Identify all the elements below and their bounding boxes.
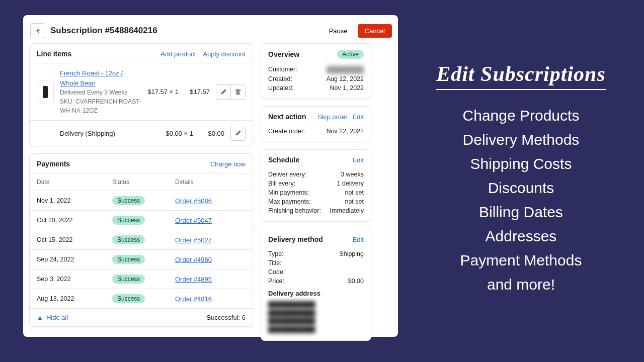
status-badge: Success xyxy=(112,255,145,264)
table-row: Nov 1, 2022 Success Order #5086 xyxy=(30,191,253,210)
payment-date: Aug 13, 2022 xyxy=(37,295,112,302)
updated-date: Nov 1, 2022 xyxy=(330,84,364,92)
promo-line: Payment Methods xyxy=(460,252,582,269)
line-items-title: Line items xyxy=(37,50,160,58)
page-title: Subscription #5488640216 xyxy=(50,26,319,36)
delivery-method-title: Delivery method xyxy=(268,235,353,243)
order-link[interactable]: Order #5047 xyxy=(175,217,212,224)
promo-line: and more! xyxy=(460,276,582,293)
edit-line-button[interactable] xyxy=(216,84,231,100)
promo-panel: Edit Subscriptions Change ProductsDelive… xyxy=(398,0,644,362)
apply-discount-link[interactable]: Apply discount xyxy=(203,50,246,58)
pause-button[interactable]: Pause xyxy=(324,24,353,38)
payments-footer: ▲ Hide all Successful: 6 xyxy=(30,308,253,326)
skip-order-link[interactable]: Skip order xyxy=(317,113,347,121)
status-badge: Success xyxy=(112,294,145,303)
delete-line-button[interactable] xyxy=(230,84,246,100)
promo-line: Delivery Methods xyxy=(460,131,582,148)
order-link[interactable]: Order #4960 xyxy=(175,256,212,263)
status-badge: Success xyxy=(112,196,145,205)
delivery-label: Delivery (Shipping) xyxy=(37,130,159,137)
schedule-title: Schedule xyxy=(268,156,353,164)
unit-price: $17.57 × 1 xyxy=(147,88,179,96)
cancel-button[interactable]: Cancel xyxy=(358,24,392,38)
order-link[interactable]: Order #5086 xyxy=(175,197,212,205)
trash-icon xyxy=(234,88,242,96)
schedule-card: Schedule Edit Deliver every:3 weeks Bill… xyxy=(261,149,371,222)
line-item-row: French Roast - 12oz / Whole Bean Deliver… xyxy=(30,63,253,120)
delivery-address-title: Delivery address xyxy=(261,286,371,299)
product-schedule: Delivered Every 3 Weeks xyxy=(60,89,128,96)
table-row: Sep 3, 2022 Success Order #4895 xyxy=(30,269,253,289)
back-button[interactable] xyxy=(30,23,45,38)
next-order-date: Nov 22, 2022 xyxy=(327,128,364,135)
pencil-icon xyxy=(234,130,242,137)
promo-line: Change Products xyxy=(460,107,582,124)
table-row: Sep 24, 2022 Success Order #4960 xyxy=(30,249,253,269)
promo-heading: Edit Subscriptions xyxy=(436,62,606,90)
successful-count: Successful: 6 xyxy=(207,314,246,321)
line-items-card: Line items Add product Apply discount Fr… xyxy=(29,43,253,146)
status-badge: Active xyxy=(337,50,364,59)
promo-line: Shipping Costs xyxy=(460,155,582,172)
payments-card: Payments Charge now Date Status Details … xyxy=(29,153,253,327)
delivery-unit-price: $0.00 × 1 xyxy=(166,130,193,137)
table-row: Aug 13, 2022 Success Order #4816 xyxy=(30,289,253,308)
overview-title: Overview xyxy=(268,50,337,58)
payments-table-header: Date Status Details xyxy=(30,173,253,191)
next-action-title: Next action xyxy=(268,113,317,121)
promo-line: Discounts xyxy=(460,179,582,197)
delivery-method-card: Delivery method Edit Type:Shipping Title… xyxy=(261,229,371,341)
overview-card: Overview Active Customer:████████ Create… xyxy=(261,43,371,99)
edit-next-action-link[interactable]: Edit xyxy=(353,113,364,121)
hide-all-link[interactable]: Hide all xyxy=(46,314,207,321)
promo-line: Billing Dates xyxy=(460,204,582,221)
charge-now-link[interactable]: Charge now xyxy=(210,160,246,168)
status-badge: Success xyxy=(112,235,145,244)
edit-delivery-method-link[interactable]: Edit xyxy=(353,236,364,243)
line-total: $17.57 xyxy=(185,88,210,96)
promo-line: Addresses xyxy=(460,228,582,245)
product-sku: SKU: CVARFRENCH ROAST-WH-NA-12OZ xyxy=(60,98,141,114)
arrow-left-icon xyxy=(34,27,41,34)
status-badge: Success xyxy=(112,275,145,284)
delivery-address: ████████████ ████████████ ████████████ █… xyxy=(268,300,364,333)
delivery-total: $0.00 xyxy=(199,130,224,137)
payment-date: Oct 15, 2022 xyxy=(37,236,112,243)
payments-title: Payments xyxy=(37,160,210,168)
table-row: Oct 15, 2022 Success Order #5027 xyxy=(30,230,253,249)
customer-link[interactable]: ████████ xyxy=(327,66,364,73)
created-date: Aug 12, 2022 xyxy=(327,75,364,82)
caret-up-icon: ▲ xyxy=(37,314,43,321)
payment-date: Oct 20, 2022 xyxy=(37,217,112,224)
header: Subscription #5488640216 Pause Cancel xyxy=(29,21,392,43)
edit-schedule-link[interactable]: Edit xyxy=(353,156,364,164)
payment-date: Sep 24, 2022 xyxy=(37,256,112,263)
status-badge: Success xyxy=(112,216,145,225)
payment-date: Nov 1, 2022 xyxy=(37,197,112,204)
order-link[interactable]: Order #4816 xyxy=(175,295,212,303)
next-action-card: Next action Skip order Edit Create order… xyxy=(261,106,371,142)
app-frame: Subscription #5488640216 Pause Cancel Li… xyxy=(23,15,398,337)
product-name-link[interactable]: French Roast - 12oz / Whole Bean xyxy=(60,69,123,87)
add-product-link[interactable]: Add product xyxy=(160,50,196,58)
payment-date: Sep 3, 2022 xyxy=(37,276,112,283)
product-thumbnail xyxy=(37,80,54,104)
order-link[interactable]: Order #4895 xyxy=(175,276,212,283)
order-link[interactable]: Order #5027 xyxy=(175,236,212,244)
pencil-icon xyxy=(220,88,227,96)
table-row: Oct 20, 2022 Success Order #5047 xyxy=(30,210,253,230)
delivery-row: Delivery (Shipping) $0.00 × 1 $0.00 xyxy=(30,120,253,146)
edit-delivery-button[interactable] xyxy=(230,126,246,141)
